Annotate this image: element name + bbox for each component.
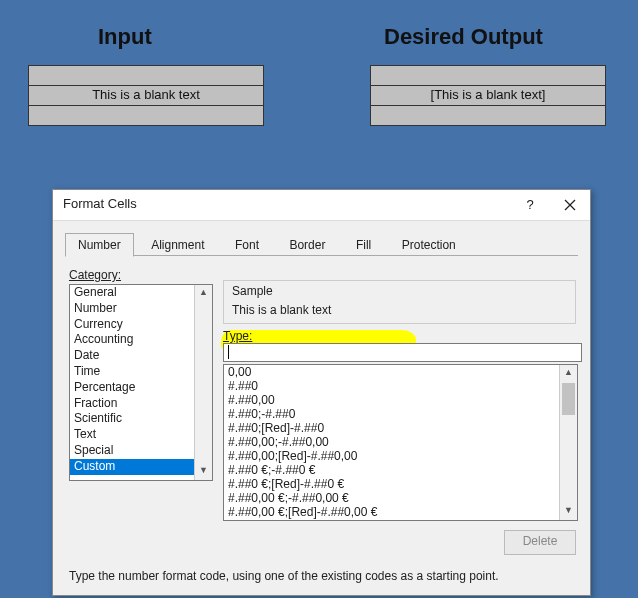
category-item-fraction[interactable]: Fraction xyxy=(70,396,212,412)
delete-button[interactable]: Delete xyxy=(504,530,576,555)
category-listbox[interactable]: General Number Currency Accounting Date … xyxy=(69,284,213,481)
input-grid: This is a blank text xyxy=(28,65,264,126)
format-item[interactable]: 0,00 xyxy=(224,365,577,379)
format-item[interactable]: 0% xyxy=(224,519,577,521)
category-label: Category: xyxy=(69,268,121,282)
sample-label: Sample xyxy=(232,284,273,298)
format-cells-dialog: Format Cells ? Number Alignment Font Bor… xyxy=(52,189,591,596)
help-button[interactable]: ? xyxy=(510,190,550,220)
output-title: Desired Output xyxy=(384,24,543,50)
format-item[interactable]: #.##0,00 €;-#.##0,00 € xyxy=(224,491,577,505)
dialog-title: Format Cells xyxy=(63,196,137,211)
chevron-down-icon[interactable]: ▼ xyxy=(560,503,577,520)
chevron-up-icon[interactable]: ▲ xyxy=(195,285,212,302)
tab-number[interactable]: Number xyxy=(65,233,134,257)
examples-area: Input Desired Output This is a blank tex… xyxy=(0,0,638,180)
output-grid: [This is a blank text] xyxy=(370,65,606,126)
grid-cell-output[interactable]: [This is a blank text] xyxy=(370,86,606,106)
grid-cell-input[interactable]: This is a blank text xyxy=(28,86,264,106)
format-item[interactable]: #.##0 €;-#.##0 € xyxy=(224,463,577,477)
category-item-percentage[interactable]: Percentage xyxy=(70,380,212,396)
category-item-special[interactable]: Special xyxy=(70,443,212,459)
grid-row[interactable] xyxy=(370,65,606,86)
format-scrollbar[interactable]: ▲ ▼ xyxy=(559,365,577,520)
format-item[interactable]: #.##0,00;[Red]-#.##0,00 xyxy=(224,449,577,463)
category-item-time[interactable]: Time xyxy=(70,364,212,380)
category-item-accounting[interactable]: Accounting xyxy=(70,332,212,348)
category-item-currency[interactable]: Currency xyxy=(70,317,212,333)
tab-underline xyxy=(65,255,578,256)
category-item-number[interactable]: Number xyxy=(70,301,212,317)
category-item-custom[interactable]: Custom xyxy=(70,459,212,475)
tab-border[interactable]: Border xyxy=(276,233,338,257)
text-caret xyxy=(228,345,229,359)
input-title: Input xyxy=(98,24,152,50)
category-scrollbar[interactable]: ▲ ▼ xyxy=(194,285,212,480)
format-item[interactable]: #.##0;[Red]-#.##0 xyxy=(224,421,577,435)
close-button[interactable] xyxy=(550,190,590,220)
tab-protection[interactable]: Protection xyxy=(389,233,469,257)
dialog-title-bar: Format Cells ? xyxy=(53,190,590,221)
scrollbar-thumb[interactable] xyxy=(562,383,575,415)
format-listbox[interactable]: 0,00 #.##0 #.##0,00 #.##0;-#.##0 #.##0;[… xyxy=(223,364,578,521)
sample-value: This is a blank text xyxy=(232,303,331,317)
format-item[interactable]: #.##0,00 xyxy=(224,393,577,407)
category-item-text[interactable]: Text xyxy=(70,427,212,443)
dialog-tabs: Number Alignment Font Border Fill Protec… xyxy=(65,232,469,256)
tab-font[interactable]: Font xyxy=(222,233,272,257)
category-item-scientific[interactable]: Scientific xyxy=(70,411,212,427)
format-item[interactable]: #.##0,00 €;[Red]-#.##0,00 € xyxy=(224,505,577,519)
type-label: Type: xyxy=(223,329,252,343)
tab-fill[interactable]: Fill xyxy=(343,233,384,257)
dialog-hint: Type the number format code, using one o… xyxy=(69,569,499,583)
tab-alignment[interactable]: Alignment xyxy=(138,233,217,257)
format-item[interactable]: #.##0 €;[Red]-#.##0 € xyxy=(224,477,577,491)
grid-row[interactable] xyxy=(28,65,264,86)
format-item[interactable]: #.##0 xyxy=(224,379,577,393)
chevron-up-icon[interactable]: ▲ xyxy=(560,365,577,382)
chevron-down-icon[interactable]: ▼ xyxy=(195,463,212,480)
category-item-date[interactable]: Date xyxy=(70,348,212,364)
sample-box: Sample This is a blank text xyxy=(223,280,576,324)
format-item[interactable]: #.##0,00;-#.##0,00 xyxy=(224,435,577,449)
grid-row[interactable] xyxy=(28,106,264,126)
close-icon xyxy=(564,199,576,211)
type-input[interactable] xyxy=(223,343,582,362)
category-item-general[interactable]: General xyxy=(70,285,212,301)
grid-row[interactable] xyxy=(370,106,606,126)
format-item[interactable]: #.##0;-#.##0 xyxy=(224,407,577,421)
